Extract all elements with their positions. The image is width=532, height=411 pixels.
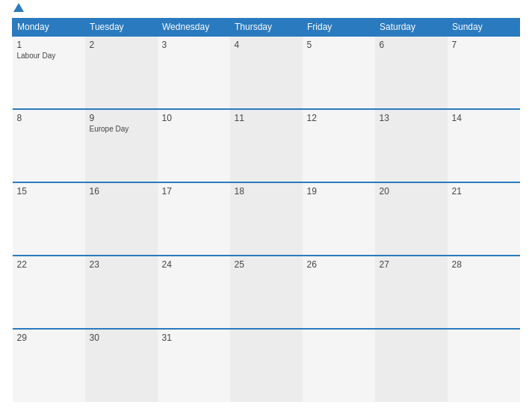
day-number: 16 bbox=[90, 186, 153, 197]
calendar-day-cell: 22 bbox=[13, 256, 85, 329]
calendar-day-cell: 10 bbox=[158, 109, 230, 182]
day-number: 29 bbox=[17, 333, 81, 343]
day-number: 19 bbox=[307, 186, 371, 197]
weekday-header-wednesday: Wednesday bbox=[158, 19, 230, 37]
day-number: 17 bbox=[162, 186, 226, 197]
day-number: 7 bbox=[452, 40, 516, 50]
calendar-week-row: 22232425262728 bbox=[13, 256, 520, 329]
weekday-header-friday: Friday bbox=[303, 19, 375, 37]
day-number: 24 bbox=[162, 259, 226, 270]
calendar-day-cell: 3 bbox=[158, 36, 230, 109]
day-number: 3 bbox=[162, 40, 226, 50]
calendar-day-cell bbox=[303, 329, 375, 402]
calendar-day-cell: 30 bbox=[85, 329, 158, 402]
day-number: 31 bbox=[162, 333, 226, 343]
calendar-day-cell: 26 bbox=[303, 256, 375, 329]
calendar-day-cell: 16 bbox=[85, 182, 158, 256]
day-number: 9 bbox=[90, 113, 153, 123]
day-number: 8 bbox=[17, 113, 81, 123]
weekday-header-thursday: Thursday bbox=[230, 19, 303, 37]
calendar-day-cell: 6 bbox=[375, 36, 448, 109]
calendar-day-cell: 11 bbox=[230, 109, 303, 182]
day-number: 18 bbox=[235, 186, 298, 197]
calendar-table: MondayTuesdayWednesdayThursdayFridaySatu… bbox=[12, 18, 520, 402]
calendar-day-cell: 7 bbox=[448, 36, 520, 109]
calendar-day-cell: 14 bbox=[448, 109, 520, 182]
calendar-day-cell: 2 bbox=[85, 36, 158, 109]
calendar-day-cell bbox=[230, 329, 303, 402]
day-number: 11 bbox=[235, 113, 298, 123]
calendar-day-cell: 17 bbox=[158, 182, 230, 256]
day-number: 25 bbox=[235, 259, 298, 270]
calendar-day-cell: 12 bbox=[303, 109, 375, 182]
calendar-day-cell bbox=[448, 329, 520, 402]
calendar-day-cell: 18 bbox=[230, 182, 303, 256]
event-label: Labour Day bbox=[17, 52, 81, 60]
weekday-header-tuesday: Tuesday bbox=[85, 19, 158, 37]
weekday-header-monday: Monday bbox=[13, 19, 85, 37]
day-number: 15 bbox=[17, 186, 81, 197]
calendar-header bbox=[12, 9, 520, 12]
day-number: 28 bbox=[452, 259, 516, 270]
calendar-day-cell: 21 bbox=[448, 182, 520, 256]
day-number: 10 bbox=[162, 113, 226, 123]
day-number: 13 bbox=[380, 113, 443, 123]
logo bbox=[12, 9, 24, 12]
calendar-day-cell: 4 bbox=[230, 36, 303, 109]
day-number: 21 bbox=[452, 186, 516, 197]
day-number: 23 bbox=[90, 259, 153, 270]
calendar-day-cell: 19 bbox=[303, 182, 375, 256]
weekday-header-saturday: Saturday bbox=[375, 19, 448, 37]
day-number: 14 bbox=[452, 113, 516, 123]
calendar-week-row: 1Labour Day234567 bbox=[13, 36, 520, 109]
calendar-week-row: 89Europe Day1011121314 bbox=[13, 109, 520, 182]
calendar-day-cell: 25 bbox=[230, 256, 303, 329]
weekday-header-sunday: Sunday bbox=[448, 19, 520, 37]
calendar-day-cell: 20 bbox=[375, 182, 448, 256]
calendar-day-cell: 27 bbox=[375, 256, 448, 329]
calendar-day-cell: 31 bbox=[158, 329, 230, 402]
calendar-day-cell: 13 bbox=[375, 109, 448, 182]
calendar-day-cell: 1Labour Day bbox=[13, 36, 85, 109]
day-number: 12 bbox=[307, 113, 371, 123]
calendar-day-cell: 5 bbox=[303, 36, 375, 109]
calendar-day-cell: 8 bbox=[13, 109, 85, 182]
day-number: 2 bbox=[90, 40, 153, 50]
logo-triangle-icon bbox=[13, 3, 24, 12]
day-number: 30 bbox=[90, 333, 153, 343]
calendar-day-cell: 28 bbox=[448, 256, 520, 329]
calendar-week-row: 15161718192021 bbox=[13, 182, 520, 256]
day-number: 5 bbox=[307, 40, 371, 50]
event-label: Europe Day bbox=[90, 125, 153, 133]
day-number: 22 bbox=[17, 259, 81, 270]
calendar-day-cell: 23 bbox=[85, 256, 158, 329]
day-number: 6 bbox=[380, 40, 443, 50]
calendar-day-cell: 24 bbox=[158, 256, 230, 329]
calendar-header-row: MondayTuesdayWednesdayThursdayFridaySatu… bbox=[13, 19, 520, 37]
calendar-page: MondayTuesdayWednesdayThursdayFridaySatu… bbox=[0, 0, 532, 411]
day-number: 26 bbox=[307, 259, 371, 270]
calendar-day-cell: 29 bbox=[13, 329, 85, 402]
day-number: 4 bbox=[235, 40, 298, 50]
day-number: 1 bbox=[17, 40, 81, 50]
calendar-week-row: 293031 bbox=[13, 329, 520, 402]
calendar-day-cell: 9Europe Day bbox=[85, 109, 158, 182]
calendar-day-cell: 15 bbox=[13, 182, 85, 256]
calendar-day-cell bbox=[375, 329, 448, 402]
day-number: 27 bbox=[380, 259, 443, 270]
day-number: 20 bbox=[380, 186, 443, 197]
